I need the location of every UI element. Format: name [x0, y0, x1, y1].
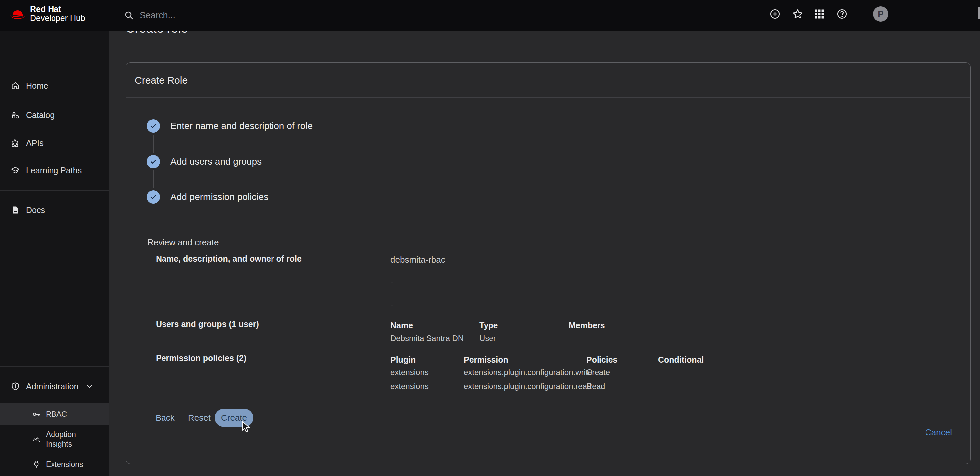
sidebar-item-label: Learning Paths	[26, 166, 82, 175]
permissions-section-label: Permission policies (2)	[156, 353, 246, 363]
role-name-value: debsmita-rbac	[390, 254, 445, 265]
users-col-members: Members	[569, 320, 605, 331]
users-section-label: Users and groups (1 user)	[156, 319, 259, 330]
sidebar-item-label: RBAC	[46, 409, 67, 419]
step-completed-icon	[146, 155, 160, 168]
step-connector	[153, 135, 154, 153]
step-label: Add users and groups	[170, 156, 261, 167]
perm-row-conditional: -	[658, 381, 661, 392]
page-scrollbar-thumb[interactable]	[978, 6, 980, 19]
sidebar-item-label: Home	[26, 81, 48, 91]
app-grid-icon[interactable]	[813, 8, 826, 20]
perm-col-conditional: Conditional	[658, 354, 703, 365]
review-heading: Review and create	[147, 237, 219, 248]
perm-row-policies: Read	[586, 381, 605, 392]
create-button[interactable]: Create	[215, 409, 253, 427]
cancel-link[interactable]: Cancel	[925, 427, 952, 438]
user-row-type: User	[479, 333, 496, 344]
help-icon[interactable]	[836, 8, 848, 20]
card-title: Create Role	[135, 75, 188, 86]
name-section-label: Name, description, and owner of role	[156, 253, 302, 264]
puzzle-icon	[11, 138, 20, 148]
step-2: Add users and groups	[146, 155, 261, 168]
perm-col-plugin: Plugin	[390, 354, 416, 365]
star-icon[interactable]	[792, 8, 803, 20]
users-col-name: Name	[390, 320, 413, 331]
step-completed-icon	[146, 119, 160, 133]
home-icon	[11, 81, 20, 91]
sidebar-item-docs[interactable]: Docs	[0, 201, 109, 220]
user-row-members: -	[569, 333, 571, 344]
perm-row-plugin: extensions	[390, 367, 429, 377]
perm-row-plugin: extensions	[390, 381, 429, 392]
sidebar-item-learning-paths[interactable]: Learning Paths	[0, 161, 109, 180]
reset-button[interactable]: Reset	[188, 412, 211, 423]
sidebar-item-label: AdoptionInsights	[46, 430, 76, 449]
search-icon	[124, 10, 134, 21]
sidebar-item-administration[interactable]: Administration	[0, 377, 109, 396]
plug-icon	[32, 460, 41, 469]
role-description-value: -	[390, 277, 393, 288]
card-header-divider	[126, 97, 970, 98]
users-col-type: Type	[479, 320, 498, 331]
document-icon	[11, 205, 20, 215]
sidebar-item-label: Extensions	[46, 460, 83, 470]
step-completed-icon	[146, 191, 160, 204]
perm-row-policies: Create	[586, 367, 610, 377]
shield-alert-icon	[11, 382, 20, 391]
brand-line1: Red Hat	[30, 5, 85, 14]
step-connector	[153, 170, 154, 188]
sidebar-item-label: Administration	[26, 382, 78, 391]
sidebar: Home Catalog APIs Learning Paths Docs Ad…	[0, 30, 109, 476]
perm-row-conditional: -	[658, 367, 661, 377]
sidebar-item-apis[interactable]: APIs	[0, 134, 109, 152]
key-icon	[32, 410, 41, 419]
redhat-fedora-icon	[9, 7, 27, 20]
add-circle-icon[interactable]	[769, 8, 781, 20]
step-1: Enter name and description of role	[146, 119, 313, 133]
insights-chart-icon	[32, 435, 41, 444]
topbar: Red Hat Developer Hub P	[0, 0, 980, 30]
user-avatar[interactable]: P	[873, 6, 888, 22]
sidebar-item-extensions[interactable]: Extensions	[0, 455, 109, 474]
avatar-initial: P	[878, 9, 883, 19]
sidebar-item-label: Catalog	[26, 110, 54, 120]
brand-text: Red Hat Developer Hub	[30, 5, 85, 22]
sidebar-item-catalog[interactable]: Catalog	[0, 106, 109, 124]
step-label: Add permission policies	[170, 192, 268, 202]
brand-logo[interactable]: Red Hat Developer Hub	[9, 5, 85, 22]
chevron-down-icon	[85, 382, 94, 391]
sidebar-item-rbac[interactable]: RBAC	[0, 403, 109, 425]
brand-line2: Developer Hub	[30, 14, 85, 22]
step-3: Add permission policies	[146, 191, 268, 204]
sidebar-divider	[0, 366, 109, 367]
step-label: Enter name and description of role	[170, 121, 313, 131]
catalog-shapes-icon	[11, 110, 20, 119]
sidebar-item-adoption-insights[interactable]: AdoptionInsights	[0, 428, 109, 451]
create-role-card: Create Role Enter name and description o…	[126, 62, 971, 464]
app-screen: Create role Red Hat Developer Hub	[0, 0, 980, 476]
role-owner-value: -	[390, 300, 393, 311]
global-search	[124, 0, 379, 30]
back-button[interactable]: Back	[156, 412, 175, 423]
sidebar-item-home[interactable]: Home	[0, 76, 109, 95]
perm-col-permission: Permission	[464, 354, 508, 365]
perm-row-permission: extensions.plugin.configuration.write	[464, 367, 592, 377]
search-input[interactable]	[140, 10, 379, 21]
graduation-cap-icon	[11, 166, 20, 175]
perm-row-permission: extensions.plugin.configuration.read	[464, 381, 591, 392]
sidebar-item-label: APIs	[26, 138, 43, 148]
sidebar-item-label: Docs	[26, 205, 45, 215]
user-row-name: Debsmita Santra DN	[390, 333, 464, 344]
perm-col-policies: Policies	[586, 354, 618, 365]
